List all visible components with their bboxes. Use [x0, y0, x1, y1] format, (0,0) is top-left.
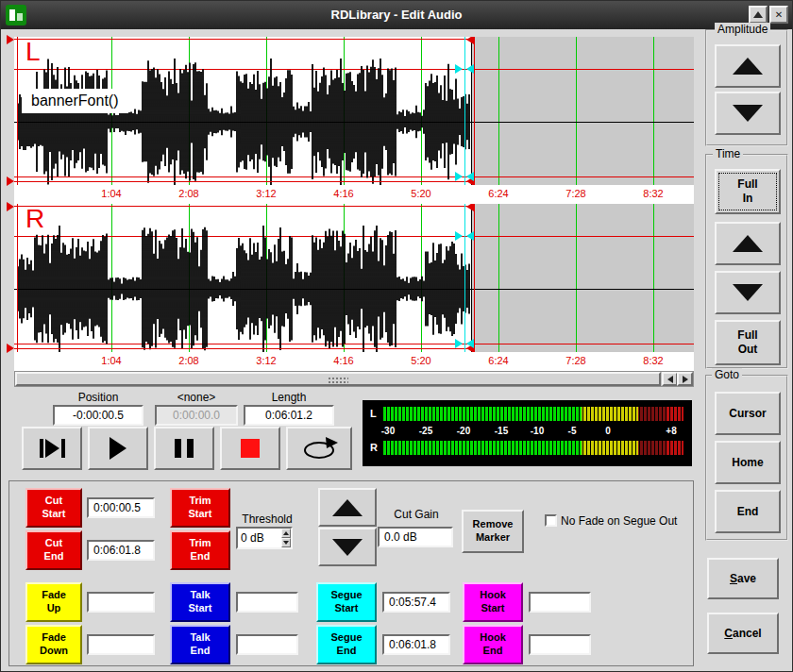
full-in-button[interactable]: Full In: [715, 169, 781, 214]
meter-scale: -20: [450, 426, 477, 436]
time-label: 6:24: [480, 188, 517, 199]
full-out-button[interactable]: Full Out: [715, 320, 781, 365]
goto-group: Goto Cursor Home End: [705, 375, 788, 541]
time-label: 7:28: [557, 188, 595, 199]
remove-marker-button[interactable]: Remove Marker: [462, 510, 524, 553]
cut-end-button[interactable]: Cut End: [25, 530, 82, 570]
time-label: 3:12: [247, 355, 285, 366]
talk-end-field[interactable]: [236, 634, 298, 655]
goto-end-button[interactable]: End: [715, 490, 781, 533]
gain-down-button[interactable]: [318, 528, 377, 566]
segue-marker-icon[interactable]: [455, 339, 463, 348]
spin-down-icon: [283, 541, 289, 545]
close-button[interactable]: ✕: [769, 6, 788, 24]
no-fade-label: No Fade on Segue Out: [561, 514, 693, 528]
cut-start-button[interactable]: Cut Start: [25, 488, 82, 528]
length-label: Length: [244, 391, 334, 404]
cut-start-line: [17, 37, 18, 185]
segue-end-button[interactable]: Segue End: [316, 625, 377, 664]
meter-bar-left: [383, 407, 683, 421]
banner-font-label: bannerFont(): [22, 89, 128, 113]
zoom-out-button[interactable]: [715, 271, 781, 314]
scroll-left-button[interactable]: [662, 372, 678, 386]
amplitude-down-button[interactable]: [715, 92, 781, 135]
arrow-down-icon: [332, 539, 363, 556]
goto-group-label: Goto: [712, 368, 742, 381]
cut-region-line: [14, 181, 474, 182]
segue-marker-icon[interactable]: [466, 172, 474, 181]
scrollbar-thumb[interactable]: [15, 372, 661, 386]
hook-start-field[interactable]: [529, 592, 591, 613]
segue-marker-icon[interactable]: [455, 64, 463, 74]
cut-region-line: [14, 39, 474, 40]
threshold-spinner[interactable]: [236, 527, 293, 549]
loop-button[interactable]: [286, 427, 352, 470]
segue-start-button[interactable]: Segue Start: [316, 582, 377, 622]
talk-start-field[interactable]: [236, 592, 298, 613]
hook-start-button[interactable]: Hook Start: [463, 582, 523, 622]
gain-up-button[interactable]: [318, 488, 377, 527]
meter-bar-right: [383, 441, 683, 455]
shade-button[interactable]: [749, 6, 768, 24]
arrow-down-icon: [733, 284, 763, 301]
save-button[interactable]: Save: [707, 558, 779, 599]
cut-start-marker-icon[interactable]: [7, 35, 14, 44]
hook-end-field[interactable]: [529, 634, 591, 655]
fade-down-field[interactable]: [87, 634, 155, 655]
threshold-up-button[interactable]: [281, 529, 291, 538]
segue-marker-icon[interactable]: [466, 339, 474, 348]
threshold-label: Threshold: [234, 512, 300, 526]
transport-section: Position <none> Length -0:00:00.5 0:00:0…: [14, 391, 694, 478]
arrow-down-icon: [733, 105, 763, 122]
play-from-start-button[interactable]: [22, 427, 82, 470]
segue-marker-icon[interactable]: [466, 64, 474, 74]
cancel-button[interactable]: Cancel: [707, 613, 779, 654]
time-label: 4:16: [325, 355, 363, 366]
time-label: 4:16: [325, 188, 363, 199]
arrow-left-icon: [667, 376, 673, 383]
zoom-in-button[interactable]: [715, 222, 781, 265]
scroll-right-button[interactable]: [677, 372, 693, 386]
pause-button[interactable]: [154, 427, 214, 470]
waveform-channel-left[interactable]: L bannerFont() 1:042:083:124:165:206:247…: [14, 37, 694, 204]
shade-icon: [753, 11, 763, 18]
segue-marker-icon[interactable]: [455, 231, 463, 241]
waveform-channel-right[interactable]: R 1:042:083:124:165:206:247:288:32: [14, 204, 694, 371]
cut-start-marker-icon[interactable]: [7, 344, 14, 353]
cut-end-marker-icon[interactable]: [466, 204, 474, 211]
talk-end-button[interactable]: Talk End: [170, 625, 230, 664]
fade-up-field[interactable]: [87, 592, 155, 613]
time-label: 8:32: [634, 355, 672, 366]
play-button[interactable]: [88, 427, 148, 470]
meter-right-label: R: [370, 442, 378, 453]
time-strip: 1:042:083:124:165:206:247:288:32: [14, 185, 694, 204]
threshold-down-button[interactable]: [281, 538, 291, 547]
cut-end-marker-icon[interactable]: [466, 37, 474, 44]
time-group-label: Time: [713, 147, 743, 160]
trim-end-button[interactable]: Trim End: [170, 530, 230, 570]
goto-cursor-button[interactable]: Cursor: [715, 392, 781, 435]
segue-marker-icon[interactable]: [455, 172, 463, 181]
fade-down-button[interactable]: Fade Down: [25, 625, 82, 664]
amplitude-up-button[interactable]: [715, 44, 781, 88]
cut-start-marker-icon[interactable]: [7, 202, 14, 211]
time-label: 7:28: [557, 355, 595, 366]
meter-scale: +8: [658, 426, 684, 436]
talk-start-button[interactable]: Talk Start: [170, 582, 230, 622]
cut-end-field[interactable]: [87, 540, 155, 561]
waveform-scrollbar[interactable]: [14, 371, 694, 387]
segue-start-field[interactable]: [382, 592, 450, 613]
stop-button[interactable]: [220, 427, 280, 470]
goto-home-button[interactable]: Home: [715, 441, 781, 484]
fade-up-button[interactable]: Fade Up: [25, 582, 82, 622]
cut-start-marker-icon[interactable]: [7, 176, 14, 186]
threshold-input[interactable]: [238, 529, 281, 547]
no-fade-checkbox[interactable]: [545, 514, 557, 527]
meter-scale: -5: [559, 426, 585, 436]
segue-end-field[interactable]: [382, 634, 450, 655]
hook-end-button[interactable]: Hook End: [463, 625, 523, 664]
cut-start-field[interactable]: [87, 497, 155, 518]
segue-marker-icon[interactable]: [466, 231, 474, 241]
trim-start-button[interactable]: Trim Start: [170, 488, 230, 528]
meter-scale: 0: [595, 426, 621, 436]
